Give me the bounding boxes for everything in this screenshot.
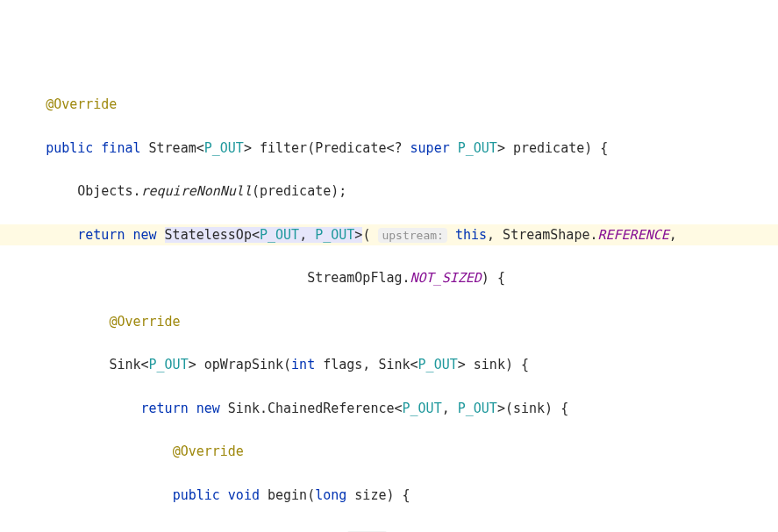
code-line-highlighted: return new StatelessOp<P_OUT, P_OUT>( up…: [0, 224, 778, 246]
code-line: downstream.begin( size: -1);: [0, 528, 778, 532]
code-line: @Override: [0, 94, 778, 116]
code-line: Sink<P_OUT> opWrapSink(int flags, Sink<P…: [0, 354, 778, 376]
code-line: StreamOpFlag.NOT_SIZED) {: [0, 267, 778, 289]
code-line: public void begin(long size) {: [0, 485, 778, 507]
code-line: @Override: [0, 441, 778, 463]
code-line: return new Sink.ChainedReference<P_OUT, …: [0, 398, 778, 420]
annotation: @Override: [46, 96, 117, 112]
param-hint: upstream:: [378, 228, 446, 243]
code-line: Objects.requireNonNull(predicate);: [0, 181, 778, 202]
code-line: public final Stream<P_OUT> filter(Predic…: [0, 138, 778, 160]
code-line: @Override: [0, 311, 778, 333]
